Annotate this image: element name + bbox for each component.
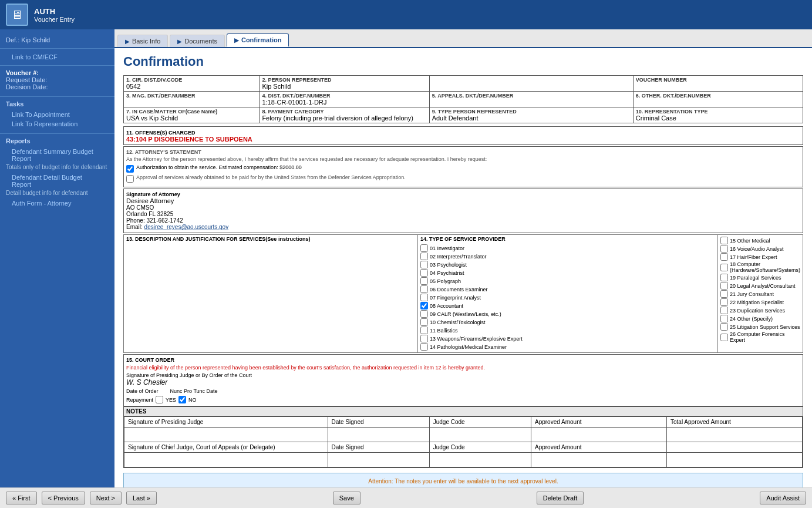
attorney-statement: 12. ATTORNEY'S STATEMENT As the Attorney… xyxy=(123,146,803,187)
approval-judge-code-label1: Judge Code xyxy=(433,419,465,425)
repayment-yes-checkbox[interactable] xyxy=(156,396,163,403)
report-defendant-detail[interactable]: Defendant Detail Budget Report xyxy=(6,173,109,189)
repayment-no-label: NO xyxy=(188,397,197,403)
tab-bar: ▶ Basic Info ▶ Documents ▶ Confirmation xyxy=(114,29,812,48)
service-checkbox-10[interactable] xyxy=(420,318,428,326)
bottom-nav: « First < Previous Next > Last » Save De… xyxy=(0,487,812,508)
approval-checkbox[interactable] xyxy=(126,175,134,183)
sig-atty-phone: Phone: 321-662-1742 xyxy=(126,217,800,224)
app-subtitle: Voucher Entry xyxy=(34,16,75,23)
service-label-03: 03 Psychologist xyxy=(430,262,467,268)
save-button[interactable]: Save xyxy=(333,492,360,504)
basic-info-table: 1. CIR. DIST.DIV.CODE 0542 2. PERSON REP… xyxy=(123,75,803,123)
service-label-19: 19 Paralegal Services xyxy=(730,275,781,281)
f9-label: 8. PAYMENT CATEGORY xyxy=(262,109,426,115)
service-label-04: 04 Psychiatrist xyxy=(430,270,464,276)
reports-title: Reports xyxy=(6,137,109,144)
page-title: Confirmation xyxy=(123,54,803,69)
first-button[interactable]: « First xyxy=(6,492,37,504)
repayment-no-checkbox[interactable] xyxy=(178,396,186,403)
prev-button[interactable]: < Previous xyxy=(42,492,85,504)
delete-draft-button[interactable]: Delete Draft xyxy=(537,492,584,504)
next-button[interactable]: Next > xyxy=(90,492,122,504)
service-checkbox-26[interactable] xyxy=(720,334,728,341)
repayment-label: Repayment xyxy=(126,397,153,403)
service-checkbox-16[interactable] xyxy=(720,245,728,253)
service-label-09: 09 CALR (Westlaw/Lexis, etc.) xyxy=(430,311,501,317)
service-checkbox-02[interactable] xyxy=(420,253,428,260)
court-order-warning: Financial eligibility of the person repr… xyxy=(126,365,800,371)
tab-documents[interactable]: ▶ Documents xyxy=(170,35,225,47)
f5-label: 4. DIST. DKT./DEF.NUMBER xyxy=(262,93,426,99)
service-label-07: 07 Fingerprint Analyst xyxy=(430,295,481,301)
tasks-title: Tasks xyxy=(6,100,109,107)
service-checkbox-13[interactable] xyxy=(420,335,428,342)
service-checkbox-04[interactable] xyxy=(420,269,428,277)
service-checkbox-21[interactable] xyxy=(720,290,728,298)
f9-value: Felony (including pre-trial diversion of… xyxy=(262,115,413,122)
service-checkbox-25[interactable] xyxy=(720,323,728,331)
service-checkbox-09[interactable] xyxy=(420,310,428,318)
service-item-14: 14 Pathologist/Medical Examiner xyxy=(420,343,715,351)
service-label-08: 08 Accountant xyxy=(430,303,463,309)
service-checkbox-17[interactable] xyxy=(720,253,728,261)
service-checkbox-20[interactable] xyxy=(720,282,728,290)
service-checkbox-01[interactable] xyxy=(420,244,428,252)
sidebar: Def.: Kip Schild Link to CM/ECF Voucher … xyxy=(0,29,114,487)
service-item-03: 03 Psychologist xyxy=(420,261,715,268)
service-item-18: 18 Computer (Hardware/Software/Systems) xyxy=(720,261,800,273)
service-item-13: 13 Weapons/Firearms/Explosive Expert xyxy=(420,335,715,342)
f4-label: 3. MAG. DKT./DEF.NUMBER xyxy=(126,93,257,99)
service-checkbox-05[interactable] xyxy=(420,277,428,285)
app-icon: 🖥 xyxy=(6,4,28,26)
task-appointment[interactable]: Link To Appointment xyxy=(6,110,109,119)
service-checkbox-23[interactable] xyxy=(720,307,728,314)
tab-confirmation[interactable]: ▶ Confirmation xyxy=(227,33,289,47)
tab-basic-info[interactable]: ▶ Basic Info xyxy=(117,35,168,47)
service-label-21: 21 Jury Consultant xyxy=(730,291,774,297)
f6-label: 5. APPEALS. DKT./DEF.NUMBER xyxy=(432,93,631,99)
service-checkbox-07[interactable] xyxy=(420,294,428,301)
task-representation[interactable]: Link To Representation xyxy=(6,119,109,129)
sig-atty-addr: Orlando FL 32825 xyxy=(126,211,800,217)
sig-atty-email[interactable]: desiree_reyes@ao.uscourts.gov xyxy=(144,224,229,230)
service-checkbox-06[interactable] xyxy=(420,285,428,293)
offense-row: 11. OFFENSE(S) CHARGED 43:104 P DISOBEDI… xyxy=(123,126,803,145)
f12-value: 43:104 P DISOBEDIENCE TO SUBPOENA xyxy=(126,136,800,143)
service-item-02: 02 Interpreter/Translator xyxy=(420,253,715,260)
service-checkbox-14[interactable] xyxy=(420,343,428,351)
service-checkbox-19[interactable] xyxy=(720,274,728,281)
service-item-25: 25 Litigation Support Services xyxy=(720,323,800,331)
f1-value: 0542 xyxy=(126,83,140,90)
sig-atty-org: AO CMSO xyxy=(126,204,800,211)
service-item-20: 20 Legal Analyst/Consultant xyxy=(720,282,800,290)
audit-assist-button[interactable]: Audit Assist xyxy=(760,492,806,504)
service-checkbox-03[interactable] xyxy=(420,261,428,268)
service-checkbox-18[interactable] xyxy=(720,264,728,271)
service-checkbox-08[interactable] xyxy=(420,302,428,309)
approval-date-signed-label1: Date Signed xyxy=(332,419,364,425)
service-checkbox-11[interactable] xyxy=(420,327,428,334)
service-label-16: 16 Voice/Audio Analyst xyxy=(730,246,784,252)
auth-checkbox[interactable] xyxy=(126,165,134,173)
service-item-04: 04 Psychiatrist xyxy=(420,269,715,277)
sig-atty-email-label: Email: xyxy=(126,224,143,230)
service-item-23: 23 Duplication Services xyxy=(720,307,800,314)
service-checkbox-22[interactable] xyxy=(720,298,728,306)
last-button[interactable]: Last » xyxy=(126,492,157,504)
approval-judge-code-label2: Judge Code xyxy=(433,444,465,450)
service-label-02: 02 Interpreter/Translator xyxy=(430,254,487,260)
service-checkbox-24[interactable] xyxy=(720,315,728,322)
service-item-09: 09 CALR (Westlaw/Lexis, etc.) xyxy=(420,310,715,318)
main-content: ▶ Basic Info ▶ Documents ▶ Confirmation … xyxy=(114,29,812,487)
service-item-10: 10 Chemist/Toxicologist xyxy=(420,318,715,326)
auth-form-attorney[interactable]: Auth Form - Attorney xyxy=(6,199,109,208)
service-item-17: 17 Hair/Fiber Expert xyxy=(720,253,800,261)
court-order: 15. COURT ORDER Financial eligibility of… xyxy=(123,354,803,406)
report-defendant-summary[interactable]: Defendant Summary Budget Report xyxy=(6,147,109,163)
f10-label: 9. TYPE PERSON REPRESENTED xyxy=(432,109,631,115)
service-checkbox-15[interactable] xyxy=(720,237,728,244)
f11-label: 10. REPRESENTATION TYPE xyxy=(636,109,800,115)
service-item-01: 01 Investigator xyxy=(420,244,715,252)
link-cmecf[interactable]: Link to CM/ECF xyxy=(6,52,109,62)
